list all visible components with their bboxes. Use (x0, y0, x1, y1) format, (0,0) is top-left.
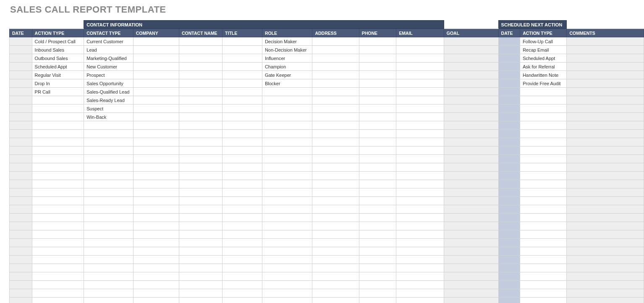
cell-title[interactable] (223, 104, 262, 113)
cell-title[interactable] (223, 289, 262, 298)
cell-company[interactable] (133, 104, 179, 113)
cell-sna_action_type[interactable] (520, 130, 567, 138)
cell-date[interactable] (10, 63, 32, 71)
cell-phone[interactable] (359, 289, 396, 298)
cell-title[interactable] (223, 63, 262, 71)
cell-title[interactable] (223, 96, 262, 104)
cell-company[interactable] (133, 214, 179, 222)
cell-sna_action_type[interactable] (520, 281, 567, 289)
cell-action_type[interactable] (32, 298, 84, 303)
cell-company[interactable] (133, 155, 179, 163)
cell-date[interactable] (10, 54, 32, 63)
cell-address[interactable] (312, 239, 359, 247)
cell-goal[interactable] (444, 180, 498, 188)
cell-sna_action_type[interactable]: Provide Free Audit (520, 79, 567, 88)
cell-company[interactable] (133, 46, 179, 54)
cell-action_type[interactable]: Regular Visit (32, 71, 84, 79)
cell-address[interactable] (312, 121, 359, 130)
cell-phone[interactable] (359, 281, 396, 289)
cell-email[interactable] (396, 138, 444, 146)
cell-phone[interactable] (359, 37, 396, 46)
cell-address[interactable] (312, 130, 359, 138)
cell-title[interactable] (223, 272, 262, 281)
cell-sna_action_type[interactable] (520, 239, 567, 247)
cell-role[interactable] (262, 180, 312, 188)
cell-address[interactable] (312, 205, 359, 214)
cell-company[interactable] (133, 54, 179, 63)
cell-comments[interactable] (567, 96, 644, 104)
cell-comments[interactable] (567, 298, 644, 303)
cell-comments[interactable] (567, 214, 644, 222)
cell-contact_type[interactable] (84, 197, 133, 205)
cell-company[interactable] (133, 88, 179, 96)
cell-title[interactable] (223, 113, 262, 121)
cell-comments[interactable] (567, 37, 644, 46)
cell-company[interactable] (133, 197, 179, 205)
cell-address[interactable] (312, 180, 359, 188)
cell-email[interactable] (396, 46, 444, 54)
cell-sna_date[interactable] (498, 281, 520, 289)
cell-contact_name[interactable] (179, 46, 223, 54)
cell-comments[interactable] (567, 281, 644, 289)
cell-goal[interactable] (444, 79, 498, 88)
cell-address[interactable] (312, 79, 359, 88)
cell-contact_type[interactable] (84, 239, 133, 247)
cell-company[interactable] (133, 256, 179, 264)
cell-sna_date[interactable] (498, 272, 520, 281)
cell-email[interactable] (396, 88, 444, 96)
cell-phone[interactable] (359, 121, 396, 130)
cell-goal[interactable] (444, 172, 498, 180)
cell-action_type[interactable] (32, 272, 84, 281)
cell-address[interactable] (312, 138, 359, 146)
cell-contact_name[interactable] (179, 88, 223, 96)
cell-contact_name[interactable] (179, 130, 223, 138)
cell-company[interactable] (133, 130, 179, 138)
cell-phone[interactable] (359, 205, 396, 214)
cell-contact_name[interactable] (179, 146, 223, 155)
cell-sna_date[interactable] (498, 54, 520, 63)
cell-sna_action_type[interactable] (520, 230, 567, 239)
cell-date[interactable] (10, 256, 32, 264)
cell-date[interactable] (10, 247, 32, 256)
cell-goal[interactable] (444, 46, 498, 54)
cell-sna_action_type[interactable] (520, 298, 567, 303)
cell-contact_name[interactable] (179, 121, 223, 130)
cell-company[interactable] (133, 71, 179, 79)
cell-phone[interactable] (359, 172, 396, 180)
cell-address[interactable] (312, 155, 359, 163)
cell-email[interactable] (396, 71, 444, 79)
cell-role[interactable] (262, 188, 312, 197)
cell-action_type[interactable]: Inbound Sales (32, 46, 84, 54)
cell-phone[interactable] (359, 214, 396, 222)
cell-contact_name[interactable] (179, 264, 223, 272)
cell-email[interactable] (396, 96, 444, 104)
cell-comments[interactable] (567, 197, 644, 205)
cell-sna_date[interactable] (498, 163, 520, 172)
cell-address[interactable] (312, 264, 359, 272)
cell-email[interactable] (396, 180, 444, 188)
cell-role[interactable] (262, 155, 312, 163)
cell-contact_type[interactable] (84, 256, 133, 264)
cell-goal[interactable] (444, 138, 498, 146)
cell-phone[interactable] (359, 104, 396, 113)
cell-date[interactable] (10, 214, 32, 222)
cell-email[interactable] (396, 54, 444, 63)
cell-title[interactable] (223, 281, 262, 289)
cell-sna_action_type[interactable]: Ask for Referral (520, 63, 567, 71)
cell-address[interactable] (312, 113, 359, 121)
cell-email[interactable] (396, 230, 444, 239)
cell-date[interactable] (10, 172, 32, 180)
cell-phone[interactable] (359, 113, 396, 121)
cell-company[interactable] (133, 222, 179, 230)
cell-action_type[interactable] (32, 146, 84, 155)
cell-email[interactable] (396, 197, 444, 205)
cell-role[interactable] (262, 230, 312, 239)
cell-goal[interactable] (444, 37, 498, 46)
cell-title[interactable] (223, 222, 262, 230)
cell-email[interactable] (396, 222, 444, 230)
cell-date[interactable] (10, 180, 32, 188)
cell-contact_type[interactable] (84, 163, 133, 172)
cell-email[interactable] (396, 79, 444, 88)
cell-email[interactable] (396, 63, 444, 71)
cell-role[interactable] (262, 214, 312, 222)
